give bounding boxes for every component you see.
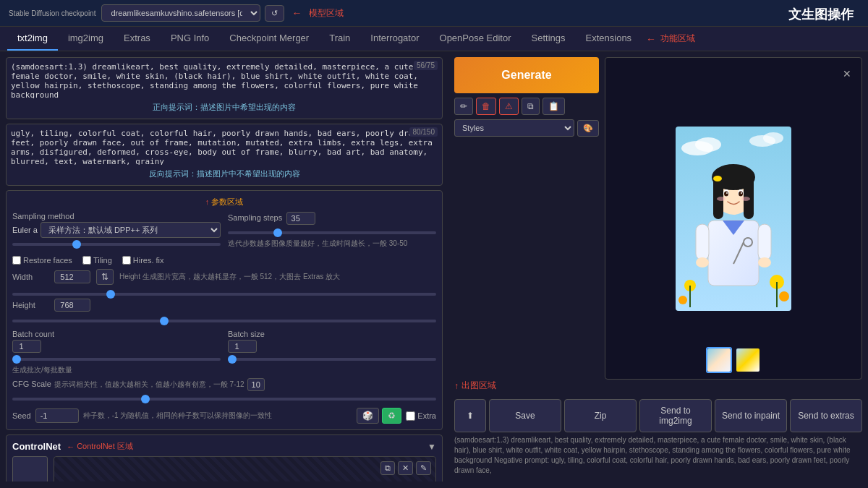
hires-fix-label: Hires. fix	[133, 256, 164, 265]
swap-button[interactable]: ⇅	[96, 269, 114, 285]
batch-count-group: Batch count 生成批次/每批数量	[12, 330, 221, 375]
extra-checkbox[interactable]: Extra	[406, 411, 436, 421]
zip-button[interactable]: Zip	[564, 399, 637, 432]
controlnet-arrow-icon: ←	[67, 442, 75, 451]
svg-point-2	[695, 137, 721, 152]
seed-recycle-button[interactable]: ♻	[382, 408, 401, 424]
controlnet-toggle[interactable]: ▼	[427, 442, 436, 452]
restore-faces-input[interactable]	[12, 256, 21, 265]
cfg-header: CFG Scale 提示词相关性，值越大越相关，值越小越有创意，一般 7-12 …	[12, 378, 436, 391]
controlnet-arrow: ← ControlNet 区域	[67, 441, 133, 452]
send-extras-button[interactable]: Send to extras	[790, 399, 862, 432]
sampling-method-select[interactable]: 采样方法：默认域 DPP++ 系列	[41, 222, 221, 238]
controlnet-section: ControlNet ← ControlNet 区域 ▼ Image Start…	[6, 435, 443, 481]
controlnet-copy-icon[interactable]: ⧉	[380, 461, 395, 475]
batch-size-slider[interactable]	[228, 358, 436, 361]
doctor-illustration	[676, 127, 791, 311]
controlnet-header: ControlNet ← ControlNet 区域 ▼	[12, 441, 436, 452]
tab-extras[interactable]: Extras	[114, 27, 161, 51]
sampling-method-slider[interactable]	[12, 243, 221, 246]
svg-point-29	[696, 257, 709, 267]
seed-dice-button[interactable]: 🎲	[357, 408, 379, 424]
tab-txt2img[interactable]: txt2img	[7, 27, 58, 51]
tab-checkpoint-merger[interactable]: Checkpoint Merger	[219, 27, 319, 51]
controlnet-image-tab[interactable]: Image	[12, 456, 48, 481]
save-button[interactable]: Save	[489, 399, 561, 432]
width-label: Width	[12, 273, 48, 281]
func-arrow-icon: ←	[646, 33, 656, 45]
sampling-row: Sampling method Euler a 采样方法：默认域 DPP++ 系…	[12, 212, 436, 250]
style-copy-button[interactable]: ⧉	[522, 98, 540, 115]
restore-faces-checkbox[interactable]: Restore faces	[12, 256, 72, 265]
send-inpaint-button[interactable]: Send to inpaint	[715, 399, 787, 432]
sampling-steps-label: Sampling steps	[228, 213, 282, 222]
extra-checkbox-input[interactable]	[406, 411, 415, 421]
output-close-button[interactable]: ✕	[843, 68, 851, 80]
output-arrow-icon: ↑	[454, 381, 459, 391]
positive-prompt-input[interactable]	[11, 62, 438, 98]
cfg-slider[interactable]	[12, 398, 436, 401]
tab-train[interactable]: Train	[319, 27, 360, 51]
thumbnail-1-img	[707, 348, 731, 372]
style-pencil-button[interactable]: ✏	[454, 98, 473, 115]
negative-prompt-label: 反向提示词：描述图片中不希望出现的内容	[11, 167, 438, 181]
model-select-wrapper: Stable Diffusion checkpoint dreamlikesam…	[9, 4, 284, 22]
tab-openpose-editor[interactable]: OpenPose Editor	[430, 27, 522, 51]
svg-point-25	[717, 197, 726, 201]
model-refresh-button[interactable]: ↺	[265, 5, 284, 22]
controlnet-edit-icon[interactable]: ✎	[416, 461, 431, 475]
height-slider[interactable]	[12, 320, 436, 322]
width-slider[interactable]	[12, 293, 436, 296]
params-section: ↑ 参数区域 Sampling method Euler a 采样方法：默认域 …	[6, 190, 443, 430]
sampling-steps-slider[interactable]	[228, 231, 436, 234]
style-paste-button[interactable]: 📋	[542, 98, 565, 115]
tiling-checkbox[interactable]: Tiling	[82, 256, 112, 265]
tab-png-info[interactable]: PNG Info	[161, 27, 219, 51]
style-row: ✏ 🗑 ⚠ ⧉ 📋	[454, 98, 599, 115]
extra-label: Extra	[417, 411, 436, 420]
width-hint: Height 生成图片宽高，越大越耗显存，一般 512，大图去 Extras 放…	[119, 272, 436, 282]
height-row: Height	[12, 299, 436, 312]
styles-apply-button[interactable]: 🎨	[577, 120, 599, 137]
tiling-input[interactable]	[82, 256, 91, 265]
styles-select[interactable]: Styles	[454, 119, 574, 137]
svg-point-24	[741, 192, 742, 194]
sampling-steps-input[interactable]	[286, 212, 315, 225]
svg-point-21	[724, 191, 728, 196]
header: Stable Diffusion checkpoint dreamlikesam…	[0, 0, 868, 27]
thumbnail-2[interactable]	[735, 347, 761, 373]
output-label-row: ↑ 出图区域	[454, 380, 862, 392]
negative-prompt-input[interactable]	[11, 129, 438, 165]
batch-size-input[interactable]	[228, 340, 257, 353]
style-delete-button[interactable]: 🗑	[476, 98, 496, 115]
send-icon-button[interactable]: ⬆	[454, 399, 486, 432]
generate-button[interactable]: Generate	[454, 57, 599, 93]
hires-fix-checkbox[interactable]: Hires. fix	[122, 256, 164, 265]
params-label: ↑ 参数区域	[12, 197, 436, 207]
send-img2img-button[interactable]: Send to img2img	[639, 399, 712, 432]
tab-extensions[interactable]: Extensions	[576, 27, 642, 51]
height-input[interactable]	[54, 299, 90, 312]
image-thumbnails	[706, 347, 761, 373]
batch-count-slider[interactable]	[12, 358, 221, 361]
tab-img2img[interactable]: img2img	[58, 27, 114, 51]
batch-hint: 生成批次/每批数量	[12, 365, 221, 375]
tab-settings[interactable]: Settings	[522, 27, 576, 51]
tab-interrogator[interactable]: Interrogator	[360, 27, 429, 51]
thumbnail-1[interactable]	[706, 347, 732, 373]
right-top: Generate ✏ 🗑 ⚠ ⧉ 📋 Styles 🎨	[454, 57, 862, 380]
sampling-steps-hint: 迭代步数越多图像质量越好，生成时间越长，一般 30-50	[228, 239, 436, 249]
svg-rect-27	[696, 224, 709, 260]
style-warning-button[interactable]: ⚠	[499, 98, 519, 115]
width-row: Width ⇅ Height 生成图片宽高，越大越耗显存，一般 512，大图去 …	[12, 269, 436, 285]
params-arrow: ↑	[205, 197, 210, 206]
width-input[interactable]	[54, 270, 90, 283]
hires-fix-input[interactable]	[122, 256, 131, 265]
controlnet-clear-icon[interactable]: ✕	[398, 461, 413, 475]
controlnet-canvas-icons: ⧉ ✕ ✎	[380, 461, 431, 475]
controlnet-canvas[interactable]: Start drawing ⧉ ✕ ✎	[54, 456, 436, 481]
batch-count-input[interactable]	[12, 340, 41, 353]
seed-input[interactable]	[35, 408, 79, 423]
left-panel: 56/75 正向提示词：描述图片中希望出现的内容 80/150 反向提示词：描述…	[0, 51, 448, 481]
model-select[interactable]: dreamlikesamkuvshino.safetensors [daa6d3…	[101, 4, 260, 22]
